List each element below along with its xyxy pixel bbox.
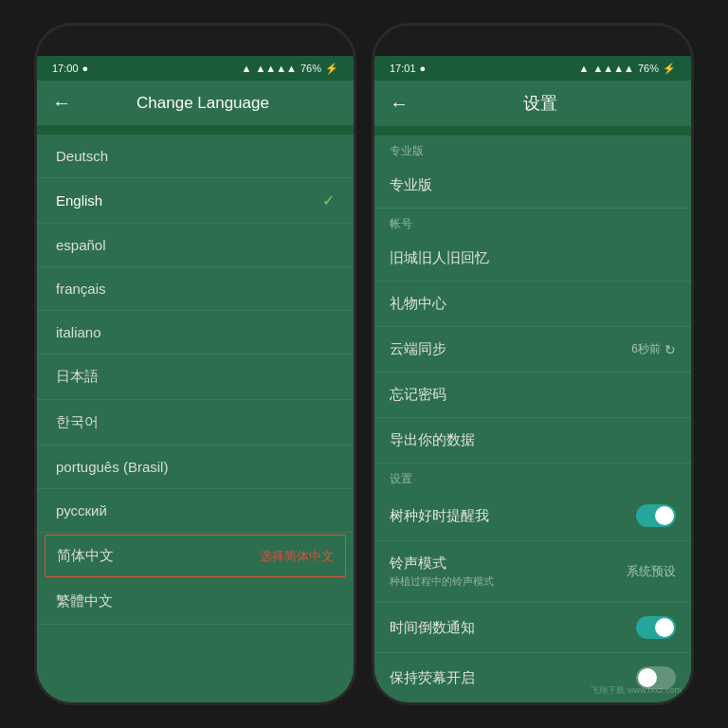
phone-screen-left: ← Change Language Deutsch English ✓ espa… bbox=[37, 81, 354, 702]
wifi-icon-right: ▲ bbox=[579, 63, 590, 74]
settings-header: ← 设置 bbox=[374, 81, 691, 126]
section-label-pro: 专业版 bbox=[374, 136, 691, 163]
phone-screen-right: ← 设置 专业版 专业版 帐号 旧城旧人旧回忆 礼物中心 bbox=[374, 81, 691, 702]
lang-label-traditional-chinese: 繁體中文 bbox=[56, 592, 113, 610]
lang-item-japanese[interactable]: 日本語 bbox=[37, 355, 354, 400]
notch-area-right bbox=[374, 26, 691, 56]
setting-old-city-main: 旧城旧人旧回忆 bbox=[390, 249, 489, 267]
battery-bolt-right: ⚡ bbox=[663, 63, 676, 75]
setting-cloud-sync[interactable]: 云端同步 6秒前 ↻ bbox=[374, 327, 691, 373]
simplified-chinese-tooltip: 选择简体中文 bbox=[260, 548, 334, 565]
signal-icon-left: ▲▲▲▲ bbox=[255, 63, 297, 74]
setting-gift-left: 礼物中心 bbox=[390, 295, 446, 313]
phone-right: 17:01 ● ▲ ▲▲▲▲ 76% ⚡ ← 设置 专业版 专业版 帐号 bbox=[372, 23, 694, 705]
settings-green-bar bbox=[374, 126, 691, 136]
lang-title: Change Language bbox=[86, 94, 319, 113]
lang-label-francais: français bbox=[56, 281, 106, 297]
lang-label-russian: русский bbox=[56, 502, 107, 519]
signal-icon-right: ▲▲▲▲ bbox=[592, 63, 634, 74]
setting-pro[interactable]: 专业版 bbox=[374, 163, 691, 209]
lang-label-korean: 한국어 bbox=[56, 413, 99, 431]
lang-label-espanol: español bbox=[56, 237, 106, 253]
settings-title: 设置 bbox=[424, 92, 657, 115]
setting-screen-left: 保持荧幕开启 bbox=[390, 669, 475, 687]
setting-ringtone-value: 系统预设 bbox=[627, 563, 676, 580]
section-label-account: 帐号 bbox=[374, 209, 691, 236]
dot-icon-right: ● bbox=[420, 63, 427, 74]
sync-info: 6秒前 ↻ bbox=[631, 341, 676, 357]
back-button-left[interactable]: ← bbox=[52, 92, 71, 114]
setting-pro-main: 专业版 bbox=[390, 176, 432, 194]
status-bar-left: 17:00 ● ▲ ▲▲▲▲ 76% ⚡ bbox=[37, 56, 354, 81]
notch-area-left bbox=[37, 26, 354, 56]
setting-tree-reminder[interactable]: 树种好时提醒我 bbox=[374, 491, 691, 541]
battery-left: 76% bbox=[300, 63, 321, 74]
setting-countdown-main: 时间倒数通知 bbox=[390, 619, 475, 637]
setting-sync-main: 云端同步 bbox=[390, 340, 446, 358]
setting-gift-main: 礼物中心 bbox=[390, 295, 446, 313]
status-left-right: 17:01 ● bbox=[390, 63, 426, 74]
setting-screen-main: 保持荧幕开启 bbox=[390, 669, 475, 687]
sync-icon: ↻ bbox=[664, 342, 676, 357]
settings-content: 专业版 专业版 帐号 旧城旧人旧回忆 礼物中心 云端同步 bbox=[374, 136, 691, 702]
setting-ringtone[interactable]: 铃声模式 种植过程中的铃声模式 系统预设 bbox=[374, 541, 691, 603]
lang-item-russian[interactable]: русский bbox=[37, 489, 354, 533]
wifi-icon-left: ▲ bbox=[242, 63, 252, 74]
setting-forgot-left: 忘记密码 bbox=[390, 386, 446, 404]
setting-countdown[interactable]: 时间倒数通知 bbox=[374, 603, 691, 653]
setting-export-data[interactable]: 导出你的数据 bbox=[374, 418, 691, 464]
notch-right bbox=[495, 30, 571, 51]
lang-label-simplified-chinese: 简体中文 bbox=[57, 547, 114, 565]
lang-label-italiano: italiano bbox=[56, 324, 101, 340]
lang-item-korean[interactable]: 한국어 bbox=[37, 400, 354, 446]
battery-right: 76% bbox=[638, 63, 659, 74]
toggle-tree-reminder[interactable] bbox=[636, 504, 676, 527]
setting-export-left: 导出你的数据 bbox=[390, 431, 475, 449]
lang-item-simplified-chinese[interactable]: 简体中文 选择简体中文 bbox=[45, 535, 346, 577]
time-right: 17:01 bbox=[390, 63, 416, 74]
dot-icon-left: ● bbox=[82, 63, 89, 74]
section-label-settings: 设置 bbox=[374, 464, 691, 491]
setting-sync-left: 云端同步 bbox=[390, 340, 446, 358]
lang-header: ← Change Language bbox=[37, 81, 354, 125]
lang-item-traditional-chinese[interactable]: 繁體中文 bbox=[37, 579, 354, 625]
notch-left bbox=[157, 30, 233, 51]
status-left-left: 17:00 ● bbox=[52, 63, 88, 74]
setting-ringtone-sub: 种植过程中的铃声模式 bbox=[390, 574, 494, 589]
setting-forgot-password[interactable]: 忘记密码 bbox=[374, 373, 691, 418]
lang-item-portuguese[interactable]: português (Brasil) bbox=[37, 446, 354, 489]
sync-time: 6秒前 bbox=[631, 341, 661, 357]
back-button-right[interactable]: ← bbox=[390, 93, 409, 115]
lang-item-english[interactable]: English ✓ bbox=[37, 178, 354, 224]
setting-ringtone-left: 铃声模式 种植过程中的铃声模式 bbox=[390, 555, 494, 589]
check-icon-english: ✓ bbox=[322, 191, 335, 209]
battery-bolt-left: ⚡ bbox=[325, 63, 338, 75]
setting-old-city[interactable]: 旧城旧人旧回忆 bbox=[374, 236, 691, 282]
setting-tree-main: 树种好时提醒我 bbox=[390, 507, 489, 525]
lang-label-deutsch: Deutsch bbox=[56, 148, 108, 164]
lang-item-italiano[interactable]: italiano bbox=[37, 311, 354, 355]
language-list: Deutsch English ✓ español français itali… bbox=[37, 135, 354, 702]
lang-green-bar bbox=[37, 125, 354, 135]
setting-pro-left: 专业版 bbox=[390, 176, 432, 194]
lang-label-japanese: 日本語 bbox=[56, 368, 99, 386]
setting-export-main: 导出你的数据 bbox=[390, 431, 475, 449]
setting-ringtone-main: 铃声模式 bbox=[390, 555, 494, 573]
setting-old-city-left: 旧城旧人旧回忆 bbox=[390, 249, 489, 267]
toggle-countdown[interactable] bbox=[636, 616, 676, 639]
setting-tree-left: 树种好时提醒我 bbox=[390, 507, 489, 525]
setting-gift-center[interactable]: 礼物中心 bbox=[374, 282, 691, 327]
status-right-right: ▲ ▲▲▲▲ 76% ⚡ bbox=[579, 63, 676, 75]
lang-item-espanol[interactable]: español bbox=[37, 224, 354, 267]
setting-countdown-left: 时间倒数通知 bbox=[390, 619, 475, 637]
lang-item-francais[interactable]: français bbox=[37, 267, 354, 311]
status-bar-right: 17:01 ● ▲ ▲▲▲▲ 76% ⚡ bbox=[374, 56, 691, 81]
lang-label-portuguese: português (Brasil) bbox=[56, 459, 168, 475]
lang-label-english: English bbox=[56, 192, 102, 209]
time-left: 17:00 bbox=[52, 63, 79, 74]
setting-forgot-main: 忘记密码 bbox=[390, 386, 446, 404]
status-right-left: ▲ ▲▲▲▲ 76% ⚡ bbox=[242, 63, 338, 75]
lang-item-deutsch[interactable]: Deutsch bbox=[37, 135, 354, 178]
phone-left: 17:00 ● ▲ ▲▲▲▲ 76% ⚡ ← Change Language D… bbox=[34, 23, 356, 705]
watermark: 飞翔下载 www.fxxz.com bbox=[591, 684, 682, 697]
